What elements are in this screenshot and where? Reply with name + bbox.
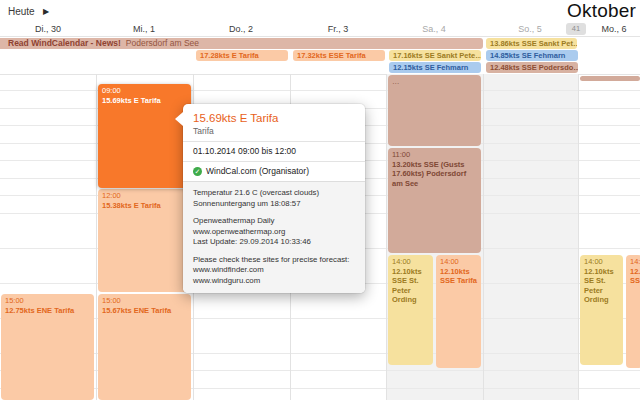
popover-organizer: WindCal.com (Organisator) <box>206 166 309 177</box>
column-separator <box>483 74 484 400</box>
note-line: Please check these sites for precise for… <box>193 255 355 266</box>
event-mo-14-stpeter[interactable]: 14:00 12.10kts SE St. Peter Ording <box>580 255 623 365</box>
note-line: Last Update: 29.09.2014 10:33:46 <box>193 237 355 248</box>
popover-datetime: 01.10.2014 09:00 bis 12:00 <box>183 142 365 161</box>
month-title: Oktober <box>567 0 636 22</box>
event-title: … <box>392 77 477 87</box>
event-time: 15:00 <box>102 296 187 306</box>
event-title: 15.69kts E Tarifa <box>102 96 187 106</box>
today-button[interactable]: Heute <box>8 6 35 17</box>
event-time: 12:00 <box>102 191 187 201</box>
event-mo-14-clipped[interactable]: 14:00 12.10kts SS <box>626 255 640 368</box>
note-line: Sonnenuntergang um 18:08:57 <box>193 199 355 210</box>
event-time: 11:00 <box>392 150 477 160</box>
organizer-check-icon: ✓ <box>193 167 202 176</box>
day-header-do[interactable]: Do., 2 <box>209 24 273 34</box>
day-header-mo[interactable]: Mo., 6 <box>582 24 640 34</box>
allday-pill[interactable]: 14.85kts SE Fehmarn <box>486 50 578 61</box>
event-time: 15:00 <box>5 296 90 306</box>
allday-pill[interactable]: 17.32kts ESE Tarifa <box>293 50 385 61</box>
allday-pill[interactable]: 13.86kts SSE Sankt Pet… <box>486 38 577 49</box>
allday-pill[interactable]: 17.16kts SE Sankt Pete… <box>389 50 481 61</box>
allday-news-banner[interactable]: Read WindCalendar - News!Podersdorf am S… <box>0 38 483 49</box>
note-line: Openweathermap Daily <box>193 216 355 227</box>
popover-organizer-row: ✓ WindCal.com (Organisator) <box>183 162 365 181</box>
allday-pill[interactable]: 17.28kts E Tarifa <box>196 50 288 61</box>
event-time: 14:00 <box>630 257 638 267</box>
forward-arrow-icon[interactable]: ▶ <box>43 7 49 16</box>
event-time: 09:00 <box>102 86 187 96</box>
event-title: 12.10kts SSE Tarifa <box>440 267 477 286</box>
event-sa-clipped[interactable]: … <box>388 75 481 146</box>
week-number-badge: 41 <box>566 23 586 35</box>
header-divider <box>0 36 640 37</box>
day-header-mi[interactable]: Mi., 1 <box>112 24 176 34</box>
note-line: Temperatur 21.6 C (overcast clouds) <box>193 188 355 199</box>
event-title: 15.38kts E Tarifa <box>102 201 187 211</box>
news-banner-title: Read WindCalendar - News! <box>8 38 121 48</box>
popover-notes: Temperatur 21.6 C (overcast clouds) Sonn… <box>183 181 365 293</box>
day-header-fr[interactable]: Fr., 3 <box>306 24 370 34</box>
event-title: 13.20kts SSE (Gusts 17.60kts) Podersdorf… <box>392 160 477 189</box>
event-sa-14-stpeter[interactable]: 14:00 12.10kts SSE St. Peter Ording <box>388 255 433 365</box>
event-title: 12.10kts SS <box>630 267 638 286</box>
column-separator <box>96 74 97 400</box>
day-header-so[interactable]: So., 5 <box>498 24 562 34</box>
event-title: 12.10kts SE St. Peter Ording <box>584 267 619 305</box>
popover-arrow <box>175 112 183 126</box>
event-sa-14-tarifa[interactable]: 14:00 12.10kts SSE Tarifa <box>436 255 481 368</box>
column-separator <box>578 74 579 400</box>
event-mo-clipped-strip[interactable] <box>580 76 640 81</box>
note-line: www.openweathermap.org <box>193 227 355 238</box>
event-title: 12.75kts ENE Tarifa <box>5 306 90 316</box>
note-gap <box>193 248 355 255</box>
event-sa-11[interactable]: 11:00 13.20kts SSE (Gusts 17.60kts) Pode… <box>388 148 481 253</box>
popover-event-title: 15.69kts E Tarifa <box>193 111 355 125</box>
event-time: 14:00 <box>392 257 429 267</box>
day-header-sa[interactable]: Sa., 4 <box>402 24 466 34</box>
note-line: www.windguru.com <box>193 276 355 287</box>
event-title: 12.10kts SSE St. Peter Ording <box>392 267 429 305</box>
event-mi-09-selected[interactable]: 09:00 15.69kts E Tarifa <box>98 84 191 188</box>
event-time: 14:00 <box>440 257 477 267</box>
column-separator <box>386 74 387 400</box>
note-gap <box>193 209 355 216</box>
allday-pill[interactable]: 12.48kts SSE Podersdo… <box>486 62 578 73</box>
event-title: 15.67kts ENE Tarifa <box>102 306 187 316</box>
allday-pill[interactable]: 12.15kts SE Fehmarn <box>389 62 481 73</box>
event-mi-15[interactable]: 15:00 15.67kts ENE Tarifa <box>98 294 191 400</box>
event-di-15[interactable]: 15:00 12.75kts ENE Tarifa <box>1 294 94 400</box>
event-time: 14:00 <box>584 257 619 267</box>
day-header-di[interactable]: Di., 30 <box>16 24 80 34</box>
news-banner-location: Podersdorf am See <box>126 38 199 48</box>
calendar-app: Heute ▶ Oktober Di., 30 Mi., 1 Do., 2 Fr… <box>0 0 640 400</box>
popover-event-location: Tarifa <box>193 126 355 136</box>
event-mi-12[interactable]: 12:00 15.38kts E Tarifa <box>98 189 191 292</box>
event-detail-popover: 15.69kts E Tarifa Tarifa 01.10.2014 09:0… <box>183 104 365 293</box>
note-line: www.windfinder.com <box>193 265 355 276</box>
